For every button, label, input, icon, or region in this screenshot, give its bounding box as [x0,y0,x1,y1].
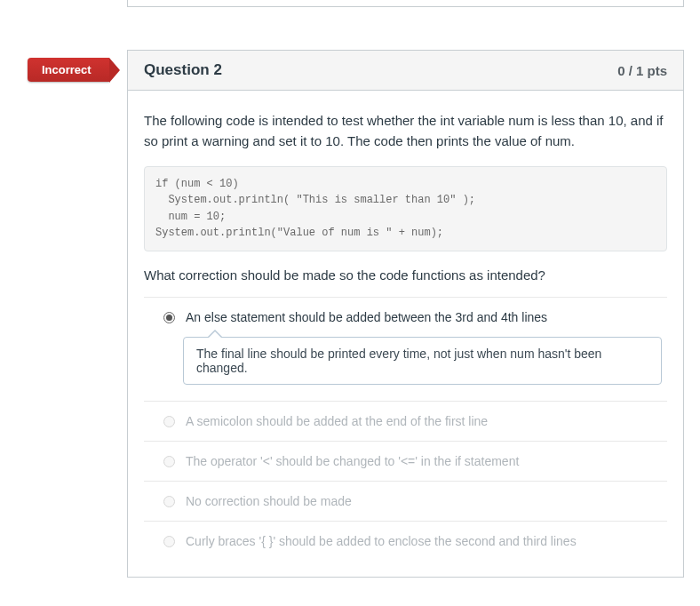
radio-icon [163,456,175,467]
answer-text: An else statement should be added betwee… [186,310,547,324]
answer-option[interactable]: A semicolon should be added at the end o… [144,402,667,441]
result-badge: Incorrect [28,58,109,82]
radio-icon [163,312,175,323]
question-title: Question 2 [144,61,222,79]
answer-text: No correction should be made [186,494,352,508]
radio-icon [163,416,175,427]
answer-option[interactable]: No correction should be made [144,482,667,521]
radio-icon [163,496,175,507]
previous-card-edge [127,0,684,7]
feedback-container: The final line should be printed every t… [144,337,667,401]
feedback-bubble: The final line should be printed every t… [183,337,662,385]
question-header: Question 2 0 / 1 pts [128,51,683,91]
question-followup: What correction should be made so the co… [144,267,667,283]
answer-text: The operator '<' should be changed to '<… [186,454,519,468]
answer-list: An else statement should be added betwee… [128,297,683,577]
answer-option[interactable]: Curly braces '{ }' should be added to en… [144,522,667,561]
result-badge-text: Incorrect [42,63,91,76]
answer-text: Curly braces '{ }' should be added to en… [186,534,577,548]
question-points: 0 / 1 pts [617,63,667,78]
answer-option[interactable]: The operator '<' should be changed to '<… [144,442,667,481]
question-intro: The following code is intended to test w… [144,110,667,152]
question-card: Incorrect Question 2 0 / 1 pts The follo… [127,50,684,578]
question-body: The following code is intended to test w… [128,91,683,297]
radio-icon [163,536,175,547]
answer-text: A semicolon should be added at the end o… [186,414,488,428]
code-block: if (num < 10) System.out.println( "This … [144,166,667,251]
